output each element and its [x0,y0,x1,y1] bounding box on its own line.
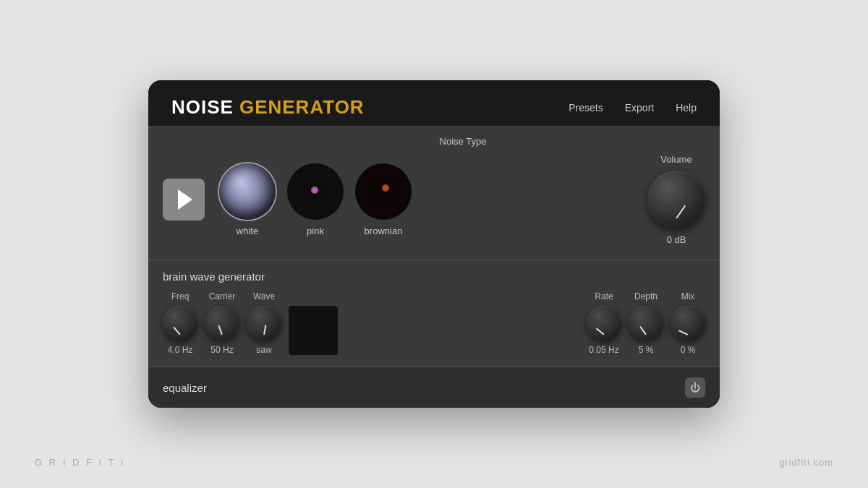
rate-value: 0.05 Hz [589,345,618,355]
depth-knob-indicator [639,326,647,335]
carrier-knob-indicator [218,325,223,335]
mix-group: Mix 0 % [671,291,705,355]
freq-label: Freq [171,291,190,301]
noise-controls: white pink brownian Volume [163,154,705,245]
noise-types: white pink brownian [219,163,412,236]
watermark-left: G R I D F I T I [35,457,125,468]
noise-brownian-label: brownian [365,226,403,236]
noise-type-label: Noise Type [221,136,705,147]
noise-orb-white[interactable] [219,163,276,220]
eq-toggle-button[interactable]: ⏻ [685,377,705,398]
depth-group: Depth 5 % [629,291,663,355]
freq-knob-indicator [173,327,181,335]
carrier-label: Carrier [209,291,236,301]
mix-value: 0 % [681,345,696,355]
rate-knob[interactable] [587,306,621,341]
main-panel: Noise Type white pink [148,126,720,408]
mix-knob[interactable] [671,306,705,341]
freq-group: Freq 4.0 Hz [163,291,197,355]
carrier-value: 50 Hz [210,345,233,355]
play-button[interactable] [163,179,205,221]
noise-type-pink[interactable]: pink [287,163,344,236]
carrier-group: Carrier 50 Hz [205,291,239,355]
noise-type-brownian[interactable]: brownian [355,163,412,236]
equalizer-section: equalizer ⏻ [148,367,720,408]
eq-title: equalizer [163,382,207,394]
mix-knob-indicator [678,330,689,335]
noise-pink-label: pink [307,226,324,236]
play-icon [178,189,192,210]
noise-white-label: white [237,226,258,236]
noise-orb-pink[interactable] [287,163,344,220]
depth-knob[interactable] [629,306,663,341]
rate-label: Rate [595,291,613,301]
noise-type-white[interactable]: white [219,163,276,236]
wave-display [289,306,338,355]
wave-group: Wave saw [247,291,281,355]
noise-orb-brownian[interactable] [355,163,412,220]
nav-items: Presets Export Help [569,102,697,114]
app-window: NOISE GENERATOR Presets Export Help Nois… [148,80,720,408]
volume-label: Volume [660,154,692,165]
title-noise: NOISE [171,96,234,119]
wave-knob[interactable] [247,306,281,341]
rate-knob-indicator [596,328,605,335]
eq-power-icon: ⏻ [690,382,700,393]
brainwave-controls: Freq 4.0 Hz Carrier 50 Hz [163,291,705,355]
nav-help[interactable]: Help [676,102,697,114]
volume-knob-indicator [676,205,686,218]
rate-group: Rate 0.05 Hz [587,291,621,355]
watermark-right: gridfiti.com [779,457,833,468]
depth-label: Depth [634,291,658,301]
volume-knob[interactable] [647,171,705,228]
page-background: G R I D F I T I gridfiti.com NOISE GENER… [0,0,868,488]
wave-label: Wave [253,291,275,301]
carrier-knob[interactable] [205,306,239,341]
wave-value: saw [256,345,271,355]
depth-value: 5 % [639,345,654,355]
brainwave-section: brain wave generator Freq 4.0 Hz Carrier [148,260,720,367]
noise-section: Noise Type white pink [148,126,720,260]
volume-section: Volume 0 dB [647,154,705,245]
nav-presets[interactable]: Presets [569,102,603,114]
app-title: NOISE GENERATOR [171,96,569,119]
freq-knob[interactable] [163,306,197,341]
app-header: NOISE GENERATOR Presets Export Help [148,80,720,126]
volume-value: 0 dB [667,234,686,245]
nav-export[interactable]: Export [625,102,654,114]
wave-knob-indicator [263,325,266,335]
title-generator: GENERATOR [239,96,365,119]
mix-label: Mix [681,291,695,301]
freq-value: 4.0 Hz [168,345,193,355]
brainwave-title: brain wave generator [163,270,705,283]
